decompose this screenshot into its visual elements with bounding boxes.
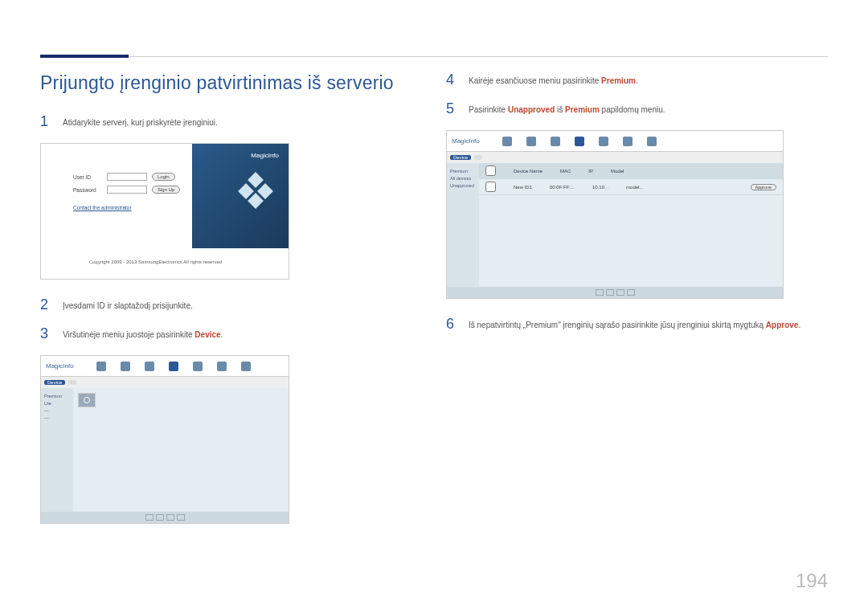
sidebar-item-unapproved[interactable]: Unapproved: [450, 183, 476, 188]
highlight-premium: Premium: [565, 105, 600, 114]
step-6: 6 Iš nepatvirtintų „Premium" įrenginių s…: [446, 317, 828, 331]
subtab-active[interactable]: Device: [450, 155, 471, 160]
subtab[interactable]: [474, 155, 482, 160]
power-icon: [84, 397, 90, 403]
step-1: 1 Atidarykite serverį, kurį priskyrėte į…: [40, 114, 422, 129]
nav-icon[interactable]: [145, 362, 154, 371]
brand-text: MagicInfo: [251, 152, 279, 159]
nav-icon-device[interactable]: [575, 137, 584, 146]
nav-icon[interactable]: [647, 137, 657, 146]
page-title: Prijungto įrenginio patvirtinimas iš ser…: [40, 72, 422, 94]
nav-icon[interactable]: [502, 137, 512, 146]
nav-icon[interactable]: [193, 362, 203, 371]
step-text: Atidarykite serverį, kurį priskyrėte įre…: [63, 114, 218, 129]
approve-button[interactable]: Approve: [751, 184, 777, 190]
app-footer: [41, 512, 289, 523]
pager-btn[interactable]: [145, 514, 154, 521]
step-number: 4: [446, 72, 457, 87]
pager-btn[interactable]: [177, 514, 185, 521]
nav-icon[interactable]: [599, 137, 608, 146]
login-button[interactable]: Login: [152, 173, 175, 181]
col-header: Device Name: [514, 169, 542, 174]
page-number: 194: [796, 570, 828, 592]
right-column: 4 Kairėje esančiuose meniu pasirinkite P…: [446, 48, 828, 541]
pager-btn[interactable]: [616, 289, 624, 296]
app-subheader: Device: [41, 377, 289, 388]
contact-admin-link[interactable]: Contact the administrator: [73, 205, 186, 210]
screenshot-unapproved-list: MagicInfo Device Premium All devices Una…: [446, 130, 784, 299]
pager-btn[interactable]: [166, 514, 174, 521]
app-sidebar: Premium Lite — —: [41, 388, 73, 512]
cell-model: model...: [626, 185, 643, 190]
cell-device-name: New ID1: [514, 185, 532, 190]
step-text: Iš nepatvirtintų „Premium" įrenginių sąr…: [469, 317, 800, 331]
nav-icon-device[interactable]: [169, 362, 178, 371]
nav-icon[interactable]: [96, 362, 106, 371]
step-5: 5 Pasirinkite Unapproved iš Premium papi…: [446, 101, 828, 116]
step-number: 2: [40, 297, 51, 312]
sidebar-item[interactable]: —: [44, 408, 70, 413]
user-id-label: User ID: [73, 174, 102, 180]
screenshot-login: User ID Login Password Sign Up Contact t…: [40, 143, 289, 280]
pager-btn[interactable]: [156, 514, 164, 521]
nav-icon[interactable]: [241, 362, 251, 371]
step-number: 5: [446, 101, 457, 116]
app-content: [73, 388, 289, 512]
sidebar-item-premium[interactable]: Premium: [450, 169, 476, 174]
left-column: Prijungto įrenginio patvirtinimas iš ser…: [40, 48, 422, 541]
pager-btn[interactable]: [596, 289, 604, 296]
sidebar-item[interactable]: All devices: [450, 176, 476, 181]
col-header: MAC: [560, 169, 571, 174]
login-form: User ID Login Password Sign Up Contact t…: [73, 173, 186, 210]
step-text: Kairėje esančiuose meniu pasirinkite Pre…: [469, 72, 638, 87]
step-text: Įvesdami ID ir slaptažodį prisijunkite.: [63, 297, 193, 312]
nav-icon[interactable]: [551, 137, 560, 146]
highlight-unapproved: Unapproved: [508, 105, 555, 114]
pager-btn[interactable]: [606, 289, 614, 296]
app-brand: MagicInfo: [452, 137, 480, 145]
step-3: 3 Viršutinėje meniu juostoje pasirinkite…: [40, 326, 422, 341]
highlight-approve: Approve: [766, 321, 799, 329]
subtab[interactable]: [68, 380, 76, 385]
nav-icon[interactable]: [217, 362, 227, 371]
pager-btn[interactable]: [627, 289, 635, 296]
login-banner: MagicInfo: [192, 144, 289, 248]
password-input[interactable]: [107, 186, 147, 194]
app-brand: MagicInfo: [46, 362, 74, 370]
copyright-text: Copyright 2009 - 2013 SamsungElectronics…: [89, 260, 222, 264]
login-row-pass: Password Sign Up: [73, 186, 186, 194]
row-checkbox[interactable]: [485, 182, 496, 192]
step-4: 4 Kairėje esančiuose meniu pasirinkite P…: [446, 72, 828, 87]
device-thumbnail[interactable]: [78, 393, 96, 407]
sidebar-item[interactable]: Lite: [44, 401, 70, 406]
app-sidebar: Premium All devices Unapproved: [447, 163, 479, 287]
magicinfo-logo-icon: [240, 176, 272, 208]
login-row-user: User ID Login: [73, 173, 186, 181]
nav-icon[interactable]: [623, 137, 633, 146]
select-all-checkbox[interactable]: [485, 166, 496, 176]
nav-icon[interactable]: [526, 137, 536, 146]
screenshot-device-menu: MagicInfo Device Premium Lite — —: [40, 355, 289, 524]
sidebar-item[interactable]: Premium: [44, 394, 70, 398]
app-footer: [447, 287, 783, 298]
step-number: 3: [40, 326, 51, 341]
app-header: MagicInfo: [447, 131, 783, 152]
step-2: 2 Įvesdami ID ir slaptažodį prisijunkite…: [40, 297, 422, 312]
highlight-device: Device: [194, 330, 220, 339]
cell-ip: 10.10...: [592, 185, 608, 190]
signup-button[interactable]: Sign Up: [152, 186, 180, 194]
step-text: Viršutinėje meniu juostoje pasirinkite D…: [63, 326, 223, 341]
highlight-premium: Premium: [601, 76, 636, 85]
nav-icon[interactable]: [121, 362, 130, 371]
col-header: IP: [588, 169, 593, 174]
sidebar-item[interactable]: —: [44, 415, 70, 420]
step-number: 1: [40, 114, 51, 129]
cell-mac: 00:0F:FF:...: [550, 185, 575, 190]
user-id-input[interactable]: [107, 173, 147, 181]
page-body: Prijungto įrenginio patvirtinimas iš ser…: [0, 0, 868, 574]
subtab-active[interactable]: Device: [44, 380, 65, 385]
table-header-row: Device Name MAC IP Model: [479, 163, 783, 179]
table-row[interactable]: New ID1 00:0F:FF:... 10.10... model... A…: [479, 179, 783, 195]
step-text: Pasirinkite Unapproved iš Premium papild…: [469, 101, 665, 116]
col-header: Model: [611, 169, 624, 174]
